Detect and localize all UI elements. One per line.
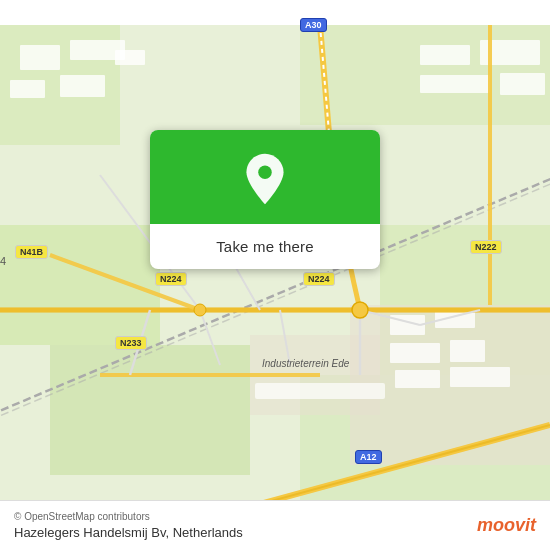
popup-action-section[interactable]: Take me there bbox=[150, 224, 380, 269]
location-label: Hazelegers Handelsmij Bv, Netherlands bbox=[14, 525, 243, 540]
svg-rect-12 bbox=[60, 75, 105, 97]
map-svg bbox=[0, 0, 550, 550]
svg-rect-16 bbox=[420, 75, 490, 93]
svg-rect-17 bbox=[500, 73, 545, 95]
svg-point-43 bbox=[352, 302, 368, 318]
osm-attribution: © OpenStreetMap contributors bbox=[14, 511, 243, 522]
svg-rect-14 bbox=[420, 45, 470, 65]
svg-rect-23 bbox=[450, 367, 510, 387]
popup-header bbox=[150, 130, 380, 224]
location-pin-icon bbox=[238, 152, 292, 206]
svg-rect-45 bbox=[255, 383, 385, 399]
svg-point-46 bbox=[258, 166, 272, 180]
bottom-bar: © OpenStreetMap contributors Hazelegers … bbox=[0, 500, 550, 550]
svg-rect-21 bbox=[450, 340, 485, 362]
svg-rect-13 bbox=[115, 50, 145, 65]
moovit-logo-text: moovit bbox=[477, 515, 536, 536]
svg-point-44 bbox=[194, 304, 206, 316]
svg-rect-11 bbox=[10, 80, 45, 98]
svg-rect-9 bbox=[20, 45, 60, 70]
svg-rect-22 bbox=[395, 370, 440, 388]
map-container: A30 N41B N224 N224 N222 N233 A12 Industr… bbox=[0, 0, 550, 550]
location-popup: Take me there bbox=[150, 130, 380, 269]
moovit-logo: moovit bbox=[477, 515, 536, 536]
bottom-left: © OpenStreetMap contributors Hazelegers … bbox=[14, 511, 243, 540]
svg-rect-20 bbox=[390, 343, 440, 363]
take-me-there-button[interactable]: Take me there bbox=[216, 238, 314, 255]
